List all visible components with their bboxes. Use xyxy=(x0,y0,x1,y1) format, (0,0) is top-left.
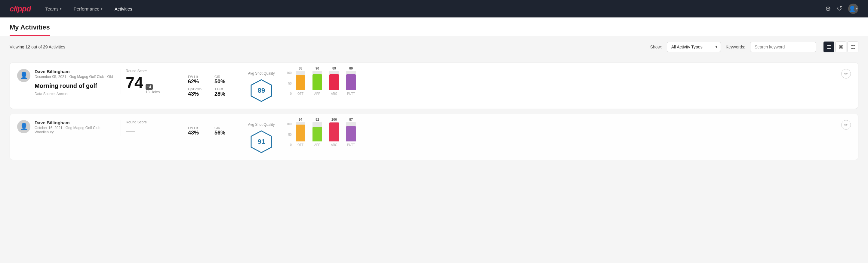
gir-value: 50% xyxy=(214,79,236,85)
bar-group: 90APP xyxy=(312,66,322,95)
edit-button[interactable]: ✏ xyxy=(841,69,851,79)
gir-value: 56% xyxy=(214,130,236,136)
card-left: 👤 Dave Billingham December 05, 2021 · Go… xyxy=(17,69,114,96)
user-icon: 👤 xyxy=(849,5,856,12)
nav-teams[interactable]: Teams ▾ xyxy=(44,4,63,14)
y-label-100: 100 xyxy=(287,122,292,126)
gir-stat: GIR 56% xyxy=(214,126,236,136)
chart-y-axis: 100 50 0 xyxy=(287,71,293,95)
y-label-0: 0 xyxy=(290,143,292,147)
bar-inner xyxy=(312,74,322,90)
edit-button[interactable]: ✏ xyxy=(841,120,851,130)
show-label: Show: xyxy=(650,45,662,49)
user-meta: December 05, 2021 · Gog Magog Golf Club … xyxy=(35,75,114,79)
view-list-loose-button[interactable]: ☷ xyxy=(847,41,858,52)
gir-stat: GIR 50% xyxy=(214,75,236,85)
filter-bar: Viewing 12 out of 29 Activities Show: Al… xyxy=(0,36,868,58)
add-icon: ⊕ xyxy=(825,5,831,12)
user-info: Dave Billingham December 05, 2021 · Gog … xyxy=(35,69,114,96)
fw-hit-value: 43% xyxy=(188,130,210,136)
y-label-50: 50 xyxy=(288,133,292,136)
bar-inner xyxy=(329,122,339,141)
list-loose-icon: ☷ xyxy=(851,44,855,50)
nav-performance[interactable]: Performance ▾ xyxy=(72,4,104,14)
y-label-50: 50 xyxy=(288,82,292,85)
gir-label: GIR xyxy=(214,126,236,130)
round-score-wrapper: — xyxy=(126,126,181,136)
bar-value: 85 xyxy=(299,66,302,70)
chevron-down-icon: ▾ xyxy=(101,7,102,11)
user-avatar[interactable]: 👤 ▾ xyxy=(848,4,858,14)
chart-area: 100 50 0 85OTT90APP89ARG89PUTT xyxy=(287,71,834,101)
bar-label: PUTT xyxy=(347,143,355,147)
activity-type-selector[interactable]: All Activity Types ▾ xyxy=(667,42,721,52)
bar-outer xyxy=(312,122,322,141)
bar-inner xyxy=(346,74,356,90)
fw-hit-stat: FW Hit 62% xyxy=(188,75,210,85)
list-tight-icon: ☰ xyxy=(827,44,831,50)
round-score-value: — xyxy=(126,126,135,136)
user-avatar-icon: 👤 xyxy=(20,123,28,130)
user-meta: October 16, 2021 · Gog Magog Golf Club ·… xyxy=(35,126,114,134)
bar-group: 94OTT xyxy=(296,118,305,147)
bar-value: 94 xyxy=(299,118,302,121)
hexagon-value: 91 xyxy=(258,138,265,146)
bar-inner xyxy=(312,127,322,141)
bar-label: ARG xyxy=(331,92,337,95)
card-chart: 100 50 0 94OTT82APP106ARG87PUTT xyxy=(287,120,834,152)
main-content: 👤 Dave Billingham December 05, 2021 · Go… xyxy=(0,58,868,170)
card-quality: Avg Shot Quality 89 xyxy=(243,69,279,103)
bar-inner xyxy=(296,124,305,141)
bar-group: 82APP xyxy=(312,118,322,147)
card-detail-stats: FW Hit 43% GIR 56% xyxy=(188,120,236,136)
hexagon-wrapper: 91 xyxy=(249,130,273,154)
nav-performance-label: Performance xyxy=(74,6,99,11)
round-score-wrapper: 74 +4 18 Holes xyxy=(126,75,181,94)
bar-group: 85OTT xyxy=(296,66,305,95)
bar-outer xyxy=(329,71,339,90)
bar-label: PUTT xyxy=(347,92,355,95)
round-score-label: Round Score xyxy=(126,69,181,73)
fw-hit-value: 62% xyxy=(188,79,210,85)
chart-y-axis: 100 50 0 xyxy=(287,122,293,147)
bar-value: 106 xyxy=(332,118,337,121)
oneputt-label: 1 Putt xyxy=(214,87,236,91)
avatar-chevron: ▾ xyxy=(856,7,858,11)
user-name: Dave Billingham xyxy=(35,69,114,74)
avg-quality-label: Avg Shot Quality xyxy=(248,122,275,127)
edit-icon: ✏ xyxy=(844,71,848,76)
nav-activities[interactable]: Activities xyxy=(114,4,133,14)
chart-area: 100 50 0 94OTT82APP106ARG87PUTT xyxy=(287,122,834,152)
viewing-text: Viewing 12 out of 29 Activities xyxy=(10,45,645,49)
bar-outer xyxy=(329,122,339,141)
bar-label: APP xyxy=(314,92,320,95)
chevron-down-icon: ▾ xyxy=(60,7,62,11)
bar-outer xyxy=(346,122,356,141)
add-button[interactable]: ⊕ xyxy=(825,5,831,12)
bar-value: 89 xyxy=(349,66,353,70)
refresh-button[interactable]: ↺ xyxy=(837,5,842,12)
page-title: My Activities xyxy=(10,18,50,36)
bar-value: 82 xyxy=(315,118,319,121)
bar-value: 90 xyxy=(315,66,319,70)
keywords-label: Keywords: xyxy=(726,45,745,49)
view-grid-button[interactable]: ⌘ xyxy=(836,41,846,52)
activity-type-select[interactable]: All Activity Types xyxy=(667,42,721,52)
hexagon-wrapper: 89 xyxy=(249,79,273,103)
card-detail-stats: FW Hit 62% GIR 50% Up/Down 43% 1 Putt 28… xyxy=(188,69,236,97)
bar-inner xyxy=(296,75,305,90)
fw-hit-label: FW Hit xyxy=(188,126,210,130)
navbar: clippd Teams ▾ Performance ▾ Activities … xyxy=(0,0,868,18)
bar-inner xyxy=(329,74,339,90)
view-list-tight-button[interactable]: ☰ xyxy=(824,41,834,52)
bar-group: 89PUTT xyxy=(346,66,356,95)
bar-outer xyxy=(296,122,305,141)
score-badge: +4 xyxy=(146,84,153,90)
fw-hit-label: FW Hit xyxy=(188,75,210,79)
grid-icon: ⌘ xyxy=(839,44,843,50)
card-chart: 100 50 0 85OTT90APP89ARG89PUTT xyxy=(287,69,834,101)
avatar: 👤 xyxy=(17,120,30,133)
keyword-input[interactable] xyxy=(750,42,816,52)
gir-label: GIR xyxy=(214,75,236,79)
card-stats: Round Score — xyxy=(121,120,181,136)
